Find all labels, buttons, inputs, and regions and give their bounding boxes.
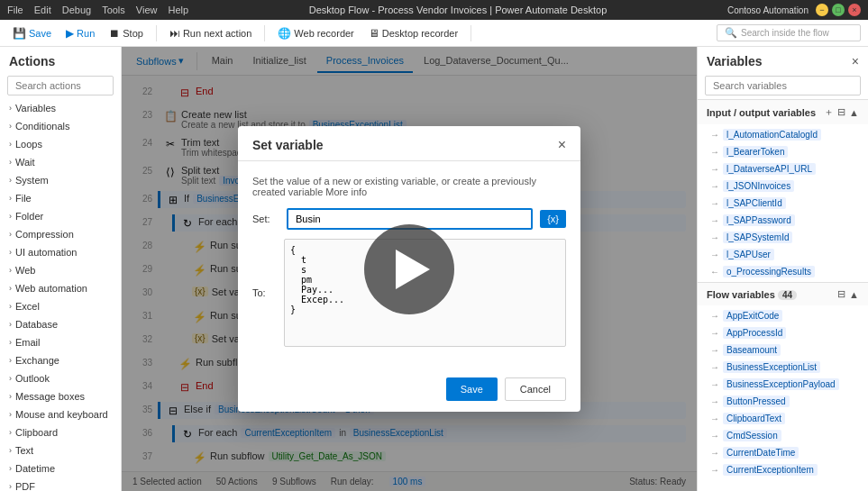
input-output-section-header[interactable]: Input / output variables ＋ ⊟ ▲ — [698, 100, 868, 124]
action-variables[interactable]: ›Variables — [0, 99, 121, 117]
action-text[interactable]: ›Text — [0, 441, 121, 459]
action-system[interactable]: ›System — [0, 171, 121, 189]
maximize-button[interactable]: □ — [832, 4, 845, 16]
action-conditionals[interactable]: ›Conditionals — [0, 117, 121, 135]
web-recorder-button[interactable]: 🌐 Web recorder — [272, 25, 359, 41]
actions-panel: Actions ›Variables ›Conditionals ›Loops … — [0, 47, 122, 491]
var-item[interactable]: →CmdSession — [698, 427, 868, 444]
modal-cancel-button[interactable]: Cancel — [505, 377, 566, 401]
action-loops[interactable]: ›Loops — [0, 135, 121, 153]
search-flow-icon: 🔍 — [725, 27, 737, 39]
search-flow-placeholder: Search inside the flow — [741, 28, 829, 38]
collapse-input-button[interactable]: ▲ — [849, 105, 859, 119]
filter-flow-var-button[interactable]: ⊟ — [837, 288, 845, 300]
menu-help[interactable]: Help — [168, 5, 188, 15]
run-icon: ▶ — [66, 27, 74, 40]
var-item[interactable]: →AppProcessId — [698, 324, 868, 341]
var-item[interactable]: →ClipboardText — [698, 410, 868, 427]
user-label: Contoso Automation — [727, 5, 809, 15]
action-web[interactable]: ›Web — [0, 261, 121, 279]
action-compression[interactable]: ›Compression — [0, 225, 121, 243]
menu-bar: File Edit Debug Tools View Help — [7, 5, 188, 15]
modal-footer: Save Cancel — [238, 370, 580, 412]
flow-variables-section-header[interactable]: Flow variables 44 ⊟ ▲ — [698, 283, 868, 305]
action-ui-automation[interactable]: ›UI automation — [0, 243, 121, 261]
expand-icon: › — [9, 302, 12, 311]
modal-overlay: Set variable × Set the value of a new or… — [122, 47, 697, 491]
expand-icon: › — [9, 374, 12, 383]
stop-button[interactable]: ⏹ Stop — [104, 25, 149, 41]
desktop-recorder-button[interactable]: 🖥 Desktop recorder — [363, 25, 463, 41]
var-item[interactable]: →l_SAPUser — [698, 246, 868, 263]
action-web-automation[interactable]: ›Web automation — [0, 279, 121, 297]
modal-save-button[interactable]: Save — [446, 377, 498, 401]
toolbar-sep-3 — [471, 25, 471, 41]
actions-search-input[interactable] — [7, 76, 114, 95]
close-button[interactable]: × — [848, 4, 861, 16]
save-button[interactable]: 💾 Save — [7, 25, 57, 41]
action-email[interactable]: ›Email — [0, 333, 121, 351]
var-item[interactable]: →l_AutomationCatalogId — [698, 126, 868, 143]
action-datetime[interactable]: ›Datetime — [0, 459, 121, 477]
var-item[interactable]: →l_BearerToken — [698, 143, 868, 160]
var-item[interactable]: →l_DataverseAPI_URL — [698, 160, 868, 177]
var-item[interactable]: →l_JSONInvoices — [698, 177, 868, 195]
var-item[interactable]: →l_SAPSystemId — [698, 229, 868, 246]
input-output-var-list: →l_AutomationCatalogId →l_BearerToken →l… — [698, 124, 868, 282]
var-item[interactable]: →CurrentExceptionItem — [698, 461, 868, 478]
menu-tools[interactable]: Tools — [102, 5, 125, 15]
action-mouse-keyboard[interactable]: ›Mouse and keyboard — [0, 405, 121, 423]
action-database[interactable]: ›Database — [0, 315, 121, 333]
expand-icon: › — [9, 212, 12, 221]
run-next-button[interactable]: ⏭ Run next action — [164, 25, 257, 41]
menu-file[interactable]: File — [7, 5, 23, 15]
var-item[interactable]: →l_SAPClientId — [698, 195, 868, 212]
var-item[interactable]: →BusinessExceptionPayload — [698, 376, 868, 393]
action-wait[interactable]: ›Wait — [0, 153, 121, 171]
menu-view[interactable]: View — [136, 5, 158, 15]
variables-close-button[interactable]: × — [852, 54, 859, 68]
var-item[interactable]: →l_SAPPassword — [698, 212, 868, 229]
modal-description: Set the value of a new or existing varia… — [252, 176, 566, 197]
title-bar: File Edit Debug Tools View Help Desktop … — [0, 0, 868, 20]
expand-icon: › — [9, 392, 12, 401]
var-item[interactable]: ←o_ProcessingResults — [698, 263, 868, 280]
expand-icon: › — [9, 176, 12, 185]
window-title: Desktop Flow - Process Vendor Invoices |… — [188, 5, 727, 15]
action-message-boxes[interactable]: ›Message boxes — [0, 387, 121, 405]
var-item[interactable]: →BusinessExceptionList — [698, 359, 868, 376]
play-overlay[interactable] — [364, 224, 454, 314]
modal-title: Set variable — [252, 138, 324, 152]
action-file[interactable]: ›File — [0, 189, 121, 207]
var-item[interactable]: →Baseamount — [698, 341, 868, 359]
canvas-area: Subflows ▾ Main Initialize_list Process_… — [122, 47, 697, 491]
action-clipboard[interactable]: ›Clipboard — [0, 423, 121, 441]
var-item[interactable]: →ButtonPressed — [698, 393, 868, 410]
var-item[interactable]: →AppExitCode — [698, 307, 868, 324]
modal-header: Set variable × — [238, 126, 580, 161]
toolbar: 💾 Save ▶ Run ⏹ Stop ⏭ Run next action 🌐 … — [0, 20, 868, 47]
var-item[interactable]: →CurrentDateTime — [698, 444, 868, 461]
filter-var-button[interactable]: ⊟ — [837, 105, 845, 119]
add-var-button[interactable]: ＋ — [824, 105, 834, 119]
actions-header: Actions — [0, 47, 121, 72]
run-button[interactable]: ▶ Run — [60, 25, 100, 41]
actions-list: ›Variables ›Conditionals ›Loops ›Wait ›S… — [0, 99, 121, 491]
variables-search-input[interactable] — [705, 76, 861, 95]
expand-icon: › — [9, 338, 12, 347]
stop-icon: ⏹ — [109, 27, 120, 40]
modal-set-dropdown[interactable]: {x} — [540, 210, 566, 228]
action-excel[interactable]: ›Excel — [0, 297, 121, 315]
collapse-flow-button[interactable]: ▲ — [849, 288, 859, 300]
modal-close-button[interactable]: × — [558, 137, 566, 153]
action-folder[interactable]: ›Folder — [0, 207, 121, 225]
action-pdf[interactable]: ›PDF — [0, 477, 121, 491]
window-controls: − □ × — [816, 4, 861, 16]
run-next-icon: ⏭ — [169, 27, 180, 40]
menu-debug[interactable]: Debug — [62, 5, 91, 15]
action-outlook[interactable]: ›Outlook — [0, 369, 121, 387]
action-exchange[interactable]: ›Exchange — [0, 351, 121, 369]
minimize-button[interactable]: − — [816, 4, 828, 16]
menu-edit[interactable]: Edit — [34, 5, 51, 15]
expand-icon: › — [9, 464, 12, 473]
